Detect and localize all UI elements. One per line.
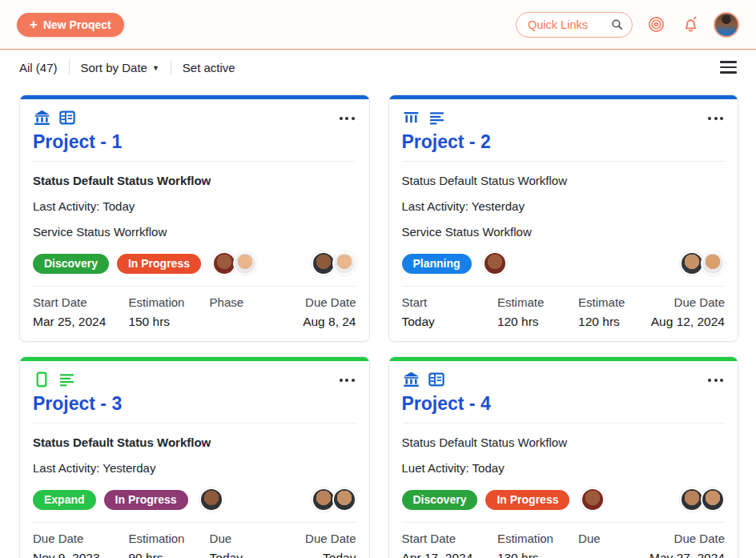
list-icon	[58, 371, 76, 389]
footer-field: Start DateApr 17, 2024	[402, 532, 497, 558]
menu-icon[interactable]	[720, 61, 737, 74]
badge-row: ExpandIn Progress	[33, 488, 356, 512]
badge-row: Planning	[402, 251, 726, 275]
sort-by-date-dropdown[interactable]: Sort by Date ▼	[81, 61, 159, 74]
footer-field-value: Mar 25, 2024	[33, 315, 123, 329]
badge-row: DiscoveryIn Progress	[402, 488, 726, 512]
new-project-button[interactable]: + New Proqect	[17, 13, 124, 37]
quick-links-search[interactable]	[516, 12, 633, 38]
plus-icon: +	[30, 18, 38, 31]
footer-field-label: Estimation	[497, 532, 573, 545]
status-line: Status Default Status Workflow	[33, 435, 356, 451]
assignee-avatars	[581, 488, 605, 512]
status-line: Status Default Status Workflow	[402, 435, 726, 451]
set-active-button[interactable]: Set active	[183, 61, 235, 74]
more-options-button[interactable]	[706, 112, 725, 125]
project-title[interactable]: Project - 2	[402, 131, 726, 162]
project-card[interactable]: Project - 3 Status Default Status Workfl…	[19, 356, 370, 558]
footer-field-label: Estimate	[578, 295, 637, 309]
user-avatar[interactable]	[714, 12, 739, 38]
sort-label: Sort by Date	[81, 61, 147, 74]
target-icon[interactable]	[645, 14, 667, 36]
top-header: + New Proqect	[0, 0, 756, 50]
footer-field: DueToday	[210, 532, 273, 558]
footer-field-label: Start	[402, 295, 493, 309]
footer-field: Due DateAug 12, 2024	[641, 295, 725, 329]
footer-field-value: Aug 12, 2024	[641, 315, 725, 329]
filter-toolbar: Ail (47) Sort by Date ▼ Set active	[0, 50, 756, 85]
footer-field-label: Estimation	[128, 532, 204, 545]
status-line: Last Activity: Today	[33, 199, 356, 215]
team-avatars	[680, 488, 725, 512]
set-active-label: Set active	[183, 61, 235, 74]
bank-icon	[33, 109, 51, 127]
footer-field-value: 120 hrs	[578, 315, 637, 329]
footer-field-label: Start Date	[402, 532, 493, 545]
project-card[interactable]: Project - 1 Status Default Status Workfl…	[19, 94, 370, 342]
more-options-button[interactable]	[338, 374, 356, 387]
search-icon	[610, 17, 624, 33]
footer-field-label: Due Date	[272, 532, 356, 545]
footer-field-value: Noy 9, 2023	[33, 551, 123, 558]
footer-field: Start DateMar 25, 2024	[33, 295, 128, 329]
footer-field-value: Today	[402, 315, 493, 329]
avatar	[199, 488, 223, 512]
footer-field: Due	[578, 532, 641, 558]
filter-all-label: Ail (47)	[19, 61, 58, 74]
card-footer: StartTodayEstimate120 hrsEstimate120 hrs…	[402, 286, 726, 341]
footer-field-value: 150 hrs	[128, 315, 204, 329]
footer-field-label: Estimate	[497, 295, 573, 309]
footer-field-label: Due Date	[272, 295, 356, 309]
filter-all-button[interactable]: Ail (47)	[19, 61, 58, 74]
footer-field: Estimation90 hrs	[128, 532, 209, 558]
project-card-grid: Project - 1 Status Default Status Workfl…	[0, 85, 756, 558]
badge-row: DiscoveryIn Progress	[33, 251, 356, 275]
status-line: Service Status Workflow	[402, 224, 726, 240]
footer-field: Due DateNoy 9, 2023	[33, 532, 128, 558]
project-title[interactable]: Project - 1	[33, 131, 356, 162]
project-card[interactable]: Project - 2 Status Default Status Workfl…	[388, 94, 739, 342]
card-status-lines: Status Default Status WorkflowLuet Activ…	[402, 424, 726, 476]
avatar	[701, 488, 725, 512]
card-icon	[428, 371, 445, 389]
card-status-lines: Status Default Status WorkflowLast Activ…	[33, 162, 356, 240]
footer-field-label: Due Date	[33, 532, 123, 545]
avatar	[332, 251, 356, 275]
footer-field-label: Start Date	[33, 295, 123, 309]
footer-field-label: Due	[210, 532, 268, 545]
card-status-lines: Status Default Status WorkflowLast Activ…	[33, 424, 356, 476]
team-avatars	[680, 251, 725, 275]
project-title[interactable]: Project - 4	[402, 393, 726, 424]
status-badge: Discovery	[402, 490, 478, 510]
bank-icon	[402, 371, 420, 389]
project-title[interactable]: Project - 3	[33, 393, 356, 424]
status-line: Luet Activity: Today	[402, 460, 726, 476]
project-card[interactable]: Project - 4 Status Default Status Workfl…	[388, 356, 739, 558]
card-icon	[58, 109, 76, 127]
bell-icon[interactable]	[679, 14, 702, 36]
card-footer: Start DateMar 25, 2024Estimation150 hrsP…	[33, 286, 356, 341]
more-options-button[interactable]	[706, 374, 725, 387]
footer-field-value: 120 hrs	[497, 315, 573, 329]
footer-field-value	[578, 551, 637, 558]
footer-field-label: Due Date	[641, 295, 725, 309]
footer-field-label: Phase	[210, 295, 268, 309]
avatar	[233, 251, 257, 275]
avatar	[581, 488, 605, 512]
status-line: Status Default Status Workflow	[33, 173, 356, 189]
footer-field-value	[210, 315, 268, 329]
card-footer: Due DateNoy 9, 2023Estimation90 hrsDueTo…	[33, 522, 356, 558]
status-badge: Planning	[402, 254, 472, 274]
footer-field-label: Estimation	[128, 295, 204, 309]
assignee-avatars	[199, 488, 223, 512]
team-avatars	[312, 488, 356, 512]
assignee-avatars	[212, 251, 257, 275]
footer-field: Estimation130 hrs	[497, 532, 578, 558]
status-badge: In Progress	[104, 490, 188, 510]
quick-links-input[interactable]	[528, 18, 610, 31]
status-line: Last Activity: Yesterday	[33, 460, 356, 476]
more-options-button[interactable]	[338, 112, 356, 125]
footer-field-value: Aug 8, 24	[272, 315, 356, 329]
footer-field-label: Due	[578, 532, 637, 545]
footer-field-label: Due Date	[641, 532, 725, 545]
